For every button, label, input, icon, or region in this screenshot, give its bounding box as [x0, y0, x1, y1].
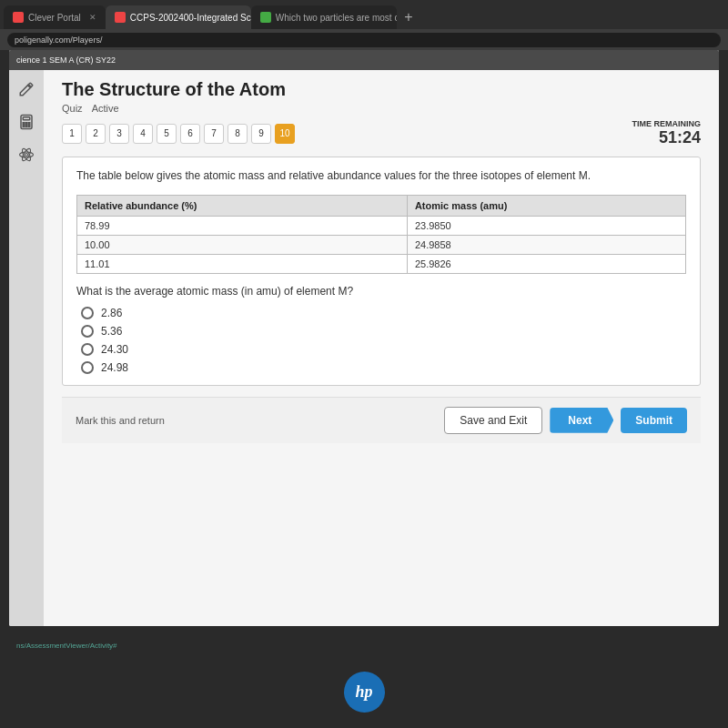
- hp-logo-area: hp: [0, 655, 728, 728]
- svg-point-9: [20, 152, 34, 157]
- calculator-icon[interactable]: [15, 110, 38, 134]
- radio-1[interactable]: [81, 307, 94, 319]
- answer-label-2: 5.36: [101, 325, 122, 338]
- radio-2[interactable]: [81, 325, 94, 338]
- svg-rect-4: [28, 123, 30, 125]
- tab-label-particles: Which two particles are most cl...: [276, 13, 397, 23]
- table-row3-col1: 11.01: [77, 254, 408, 273]
- sidebar-icons: [9, 70, 44, 626]
- table-col2-header: Atomic mass (amu): [407, 195, 685, 216]
- answer-choice-2[interactable]: 5.36: [81, 325, 686, 338]
- tab-favicon-particles: [260, 12, 271, 23]
- answer-choices: 2.86 5.36 24.30 24.98: [81, 307, 686, 374]
- url-bar: ns/AssessmentViewer/Activity#: [16, 642, 117, 650]
- answer-choice-4[interactable]: 24.98: [81, 361, 686, 374]
- tab-favicon-ccps: [115, 12, 126, 23]
- pencil-icon[interactable]: [15, 77, 38, 101]
- svg-rect-6: [25, 126, 27, 127]
- tab-label-ccps: CCPS-2002400-Integrated Scie...: [130, 13, 251, 23]
- submit-button[interactable]: Submit: [621, 408, 687, 433]
- browser-chrome: Clever Portal ✕ CCPS-2002400-Integrated …: [0, 0, 728, 50]
- quiz-status: Active: [92, 103, 119, 114]
- svg-rect-2: [23, 123, 25, 125]
- bottom-bar: ns/AssessmentViewer/Activity#: [9, 635, 719, 655]
- answer-choice-1[interactable]: 2.86: [81, 307, 686, 319]
- quiz-title: The Structure of the Atom: [62, 79, 701, 100]
- question-nav-9[interactable]: 9: [251, 124, 271, 144]
- top-bar-text: cience 1 SEM A (CR) SY22: [16, 56, 116, 65]
- main-layout: The Structure of the Atom Quiz Active 1 …: [9, 70, 719, 626]
- table-row1-col2: 23.9850: [407, 216, 685, 235]
- mark-return-link[interactable]: Mark this and return: [76, 415, 165, 426]
- question-nav-5[interactable]: 5: [157, 124, 177, 144]
- time-value: 51:24: [632, 128, 702, 147]
- question-nav-4[interactable]: 4: [133, 124, 153, 144]
- question-card: The table below gives the atomic mass an…: [62, 157, 701, 386]
- tab-particles[interactable]: Which two particles are most cl... ✕: [251, 5, 397, 29]
- radio-3[interactable]: [81, 343, 94, 356]
- tab-close-clever[interactable]: ✕: [89, 13, 96, 22]
- quiz-meta: Quiz Active: [62, 103, 701, 114]
- table-row2-col1: 10.00: [77, 235, 408, 254]
- table-row1-col1: 78.99: [77, 216, 408, 235]
- next-button[interactable]: Next: [550, 408, 613, 433]
- question-nav-2[interactable]: 2: [86, 124, 106, 144]
- svg-rect-7: [28, 126, 30, 127]
- answer-label-4: 24.98: [101, 361, 128, 374]
- quiz-header: The Structure of the Atom Quiz Active: [62, 79, 701, 114]
- question-nav-3[interactable]: 3: [109, 124, 129, 144]
- question-intro-text: The table below gives the atomic mass an…: [76, 168, 686, 184]
- isotope-table: Relative abundance (%) Atomic mass (amu)…: [76, 195, 686, 274]
- question-nav-7[interactable]: 7: [204, 124, 224, 144]
- action-bar: Mark this and return Save and Exit Next …: [62, 397, 701, 443]
- table-row: 78.99 23.9850: [77, 216, 686, 235]
- tab-new-button[interactable]: +: [397, 5, 420, 29]
- screen-content: cience 1 SEM A (CR) SY22: [9, 50, 719, 626]
- question-nav-8[interactable]: 8: [228, 124, 248, 144]
- save-exit-button[interactable]: Save and Exit: [444, 407, 542, 434]
- question-navigation: 1 2 3 4 5 6 7 8 9 10 TIME REMAINING 51:2…: [62, 119, 701, 147]
- tab-favicon-clever: [13, 12, 24, 23]
- time-label: TIME REMAINING: [632, 119, 702, 128]
- monitor-frame: Clever Portal ✕ CCPS-2002400-Integrated …: [0, 0, 728, 728]
- svg-rect-3: [25, 123, 27, 125]
- hp-logo: hp: [344, 672, 385, 713]
- table-row3-col2: 25.9826: [407, 254, 685, 273]
- answer-label-3: 24.30: [101, 343, 128, 356]
- browser-tabs: Clever Portal ✕ CCPS-2002400-Integrated …: [0, 0, 728, 29]
- table-col1-header: Relative abundance (%): [77, 195, 408, 216]
- atom-icon[interactable]: [15, 143, 38, 167]
- tab-clever[interactable]: Clever Portal ✕: [4, 5, 106, 29]
- question-nav-1[interactable]: 1: [62, 124, 82, 144]
- svg-point-8: [25, 154, 28, 157]
- question-nav-10[interactable]: 10: [275, 124, 295, 144]
- radio-4[interactable]: [81, 361, 94, 374]
- question-nav-6[interactable]: 6: [180, 124, 200, 144]
- question-prompt: What is the average atomic mass (in amu)…: [76, 285, 686, 298]
- table-row2-col2: 24.9858: [407, 235, 685, 254]
- tab-label-clever: Clever Portal: [28, 13, 81, 23]
- address-input[interactable]: [7, 33, 721, 47]
- table-row: 10.00 24.9858: [77, 235, 686, 254]
- browser-address-bar: [0, 29, 728, 50]
- answer-choice-3[interactable]: 24.30: [81, 343, 686, 356]
- answer-label-1: 2.86: [101, 307, 122, 319]
- top-bar: cience 1 SEM A (CR) SY22: [9, 50, 719, 70]
- table-row: 11.01 25.9826: [77, 254, 686, 273]
- svg-rect-1: [23, 117, 30, 120]
- quiz-label: Quiz: [62, 103, 83, 114]
- tab-ccps[interactable]: CCPS-2002400-Integrated Scie... ✕: [106, 5, 251, 29]
- time-remaining: TIME REMAINING 51:24: [632, 119, 702, 147]
- svg-rect-5: [23, 126, 25, 127]
- action-buttons: Save and Exit Next Submit: [444, 407, 687, 434]
- quiz-content-area: The Structure of the Atom Quiz Active 1 …: [44, 70, 719, 626]
